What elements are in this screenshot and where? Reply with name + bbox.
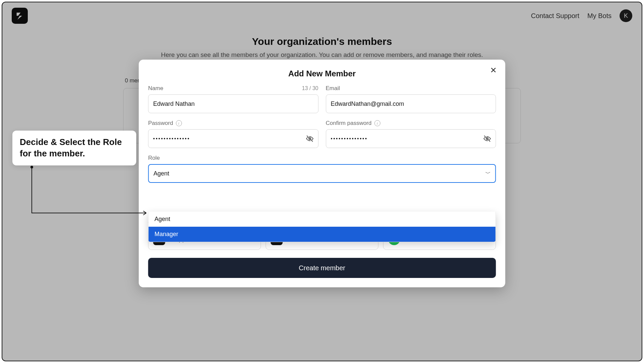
modal-title: Add New Member xyxy=(148,69,496,78)
confirm-password-label: Confirm password i xyxy=(326,120,380,127)
role-option-manager[interactable]: Manager xyxy=(149,227,496,242)
user-avatar[interactable]: K xyxy=(620,9,632,22)
role-label: Role xyxy=(148,155,496,161)
name-char-count: 13 / 30 xyxy=(302,85,318,91)
show-confirm-password-icon[interactable] xyxy=(483,134,492,143)
chevron-down-icon: ﹀ xyxy=(485,170,491,177)
info-icon[interactable]: i xyxy=(176,120,182,126)
my-bots-link[interactable]: My Bots xyxy=(587,12,612,20)
app-logo[interactable] xyxy=(12,8,28,24)
confirm-password-label-text: Confirm password xyxy=(326,120,372,127)
info-icon[interactable]: i xyxy=(374,120,380,126)
create-member-button[interactable]: Create member xyxy=(148,258,496,278)
contact-support-link[interactable]: Contact Support xyxy=(531,12,579,20)
role-select[interactable]: Agent ﹀ xyxy=(148,164,496,183)
email-label: Email xyxy=(326,85,340,92)
role-selected-value: Agent xyxy=(154,170,169,177)
password-label-text: Password xyxy=(148,120,173,127)
close-icon[interactable]: ✕ xyxy=(489,66,498,75)
instruction-callout: Decide & Select the Role for the member. xyxy=(12,131,136,165)
email-input[interactable] xyxy=(326,94,496,113)
page-title: Your organization's members xyxy=(252,36,392,47)
show-password-icon[interactable] xyxy=(305,134,314,143)
confirm-password-input[interactable] xyxy=(326,129,496,148)
app-header: Contact Support My Bots K xyxy=(2,2,642,29)
role-dropdown: Agent Manager xyxy=(148,212,496,242)
page-subtitle: Here you can see all the members of your… xyxy=(161,51,483,59)
add-member-modal: ✕ Add New Member Name 13 / 30 Email xyxy=(139,60,505,287)
name-label: Name xyxy=(148,85,163,92)
role-option-agent[interactable]: Agent xyxy=(149,212,496,227)
password-input[interactable] xyxy=(148,129,319,148)
password-label: Password i xyxy=(148,120,182,127)
name-input[interactable] xyxy=(148,94,319,113)
